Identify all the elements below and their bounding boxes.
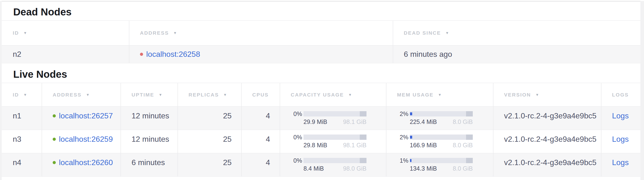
sort-desc-icon: ▼ [348,93,352,97]
column-header-label: ID [13,30,19,36]
capacity-usage-cell: 0% 29.8 MiB 98.1 GiB [280,130,386,153]
logs-cell: Logs [601,130,640,153]
capacity-percent-label: 0% [294,157,304,164]
cpus-cell: 4 [242,153,280,177]
node-address-cell: localhost:26257 [42,106,121,130]
mem-usage-cell: 2% 225.4 MiB 8.0 GiB [386,106,493,130]
bar-used-segment [410,136,412,138]
mem-used-value: 134.3 MiB [410,165,437,172]
column-header-label: UPTIME [132,92,154,98]
dead-since-cell: 6 minutes ago [393,46,640,63]
node-id-cell: n4 [2,153,42,177]
sort-desc-icon: ▼ [535,93,540,97]
column-header[interactable]: ID ▼ [2,21,129,46]
cpus-cell: 4 [242,106,280,130]
column-header-label: VERSION [504,92,531,98]
column-header[interactable]: DEAD SINCE ▼ [393,21,640,46]
capacity-total-value: 98.1 GiB [343,118,366,125]
mem-usage-bar [410,158,473,163]
logs-link[interactable]: Logs [612,135,628,144]
version-cell: v2.1.0-rc.2-4-g3e9a4e9bc5 [493,130,601,153]
mem-total-value: 8.0 GiB [453,142,473,149]
capacity-total-value: 98.0 GiB [343,165,366,172]
node-address-cell: localhost:26260 [42,153,121,177]
node-address-cell: localhost:26259 [42,130,121,153]
left-gutter [0,1,2,180]
column-header-label: MEM USAGE [397,92,434,98]
mem-usage-cell: 1% 134.3 MiB 8.0 GiB [386,153,493,177]
dead-nodes-header-row: ID ▼ ADDRESS ▼ DEAD SINCE ▼ [2,21,640,46]
mem-usage-bar [410,111,473,116]
capacity-usage-bar [304,134,366,140]
column-header[interactable]: UPTIME ▼ [121,83,178,106]
capacity-used-value: 29.9 MiB [304,118,327,125]
capacity-used-value: 29.8 MiB [304,142,327,149]
right-gutter [640,1,644,180]
sort-desc-icon: ▼ [23,93,28,97]
column-header-label: ID [13,92,19,98]
bar-reserved-segment [466,134,473,140]
logs-link[interactable]: Logs [612,112,628,120]
column-header-label: CAPACITY USAGE [291,92,344,98]
node-id-cell: n1 [2,106,42,130]
content-panel: Dead Nodes ID ▼ ADDRESS ▼ DEAD SINCE ▼ n… [2,1,640,180]
bar-reserved-segment [360,111,366,116]
capacity-usage-bar [304,111,366,116]
column-header[interactable]: ADDRESS ▼ [42,83,121,106]
live-node-row: n3 localhost:26259 12 minutes 25 4 0% 29… [2,130,640,153]
dead-nodes-title: Dead Nodes [2,2,640,20]
replicas-cell: 25 [178,106,242,130]
column-header-label: CPUS [252,92,268,98]
replicas-cell: 25 [178,153,242,177]
uptime-cell: 6 minutes [121,153,178,177]
logs-link[interactable]: Logs [612,158,628,167]
column-header[interactable]: REPLICAS ▼ [178,83,242,106]
column-header-label: ADDRESS [140,30,169,36]
dead-nodes-table: ID ▼ ADDRESS ▼ DEAD SINCE ▼ n2 localhost… [2,20,640,63]
column-header[interactable]: ADDRESS ▼ [129,21,393,46]
uptime-cell: 12 minutes [121,130,178,153]
node-address-link[interactable]: localhost:26259 [59,135,113,144]
column-header[interactable]: MEM USAGE ▼ [386,83,493,106]
capacity-usage-cell: 0% 29.9 MiB 98.1 GiB [280,106,386,130]
node-address-link[interactable]: localhost:26258 [146,50,200,59]
dead-node-row: n2 localhost:26258 6 minutes ago [2,46,640,63]
capacity-used-value: 8.4 MiB [304,165,324,172]
live-node-row: n4 localhost:26260 6 minutes 25 4 0% 8.4… [2,153,640,177]
sort-desc-icon: ▼ [438,93,442,97]
bar-reserved-segment [360,134,366,140]
node-id-cell: n2 [2,46,129,63]
dead-nodes-section: Dead Nodes ID ▼ ADDRESS ▼ DEAD SINCE ▼ n… [2,2,640,63]
replicas-cell: 25 [178,130,242,153]
uptime-cell: 12 minutes [121,106,178,130]
mem-used-value: 166.9 MiB [410,142,437,149]
capacity-percent-label: 0% [294,134,304,141]
sort-desc-icon: ▼ [445,31,450,35]
mem-percent-label: 2% [400,110,410,118]
column-header[interactable]: VERSION ▼ [493,83,601,106]
live-status-icon [53,161,56,164]
column-header[interactable]: ID ▼ [2,83,42,106]
column-header-label: ADDRESS [53,92,82,98]
bar-reserved-segment [466,111,473,116]
sort-desc-icon: ▼ [23,31,28,35]
column-header-label: REPLICAS [188,92,219,98]
bar-used-segment [410,112,412,115]
bar-used-segment [410,159,412,162]
column-header: LOGS ▼ [601,83,640,106]
column-header-label: DEAD SINCE [404,30,441,36]
mem-percent-label: 1% [400,157,410,164]
live-nodes-header-row: ID ▼ ADDRESS ▼ UPTIME ▼ REPLICAS ▼ CPUS … [2,83,640,106]
sort-desc-icon: ▼ [86,93,90,97]
sort-desc-icon: ▼ [224,93,228,97]
node-address-link[interactable]: localhost:26260 [59,158,113,167]
sort-desc-icon: ▼ [174,31,178,35]
node-address-link[interactable]: localhost:26257 [59,112,113,120]
dead-status-icon [140,53,143,56]
live-nodes-section: Live Nodes ID ▼ ADDRESS ▼ UPTIME ▼ REPLI… [2,63,640,177]
column-header[interactable]: CAPACITY USAGE ▼ [280,83,386,106]
mem-usage-cell: 2% 166.9 MiB 8.0 GiB [386,130,493,153]
capacity-total-value: 98.1 GiB [343,142,366,149]
version-cell: v2.1.0-rc.2-4-g3e9a4e9bc5 [493,106,601,130]
mem-used-value: 225.4 MiB [410,118,437,125]
